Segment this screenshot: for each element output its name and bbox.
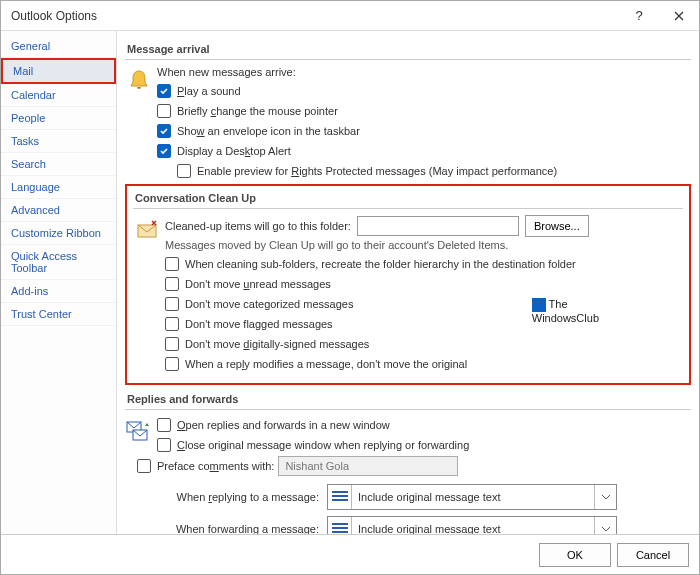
- opt-signed-row: Don't move digitally-signed messages: [165, 335, 683, 353]
- sidebar-item-search[interactable]: Search: [1, 153, 116, 176]
- opt-close-orig-label: Close original message window when reply…: [177, 439, 469, 451]
- opt-envelope-label: Show an envelope icon in the taskbar: [177, 125, 360, 137]
- opt-desktop-alert-label: Display a Desktop Alert: [177, 145, 291, 157]
- when-reply-label: When replying to a message:: [157, 491, 327, 503]
- opt-desktop-alert-checkbox[interactable]: [157, 144, 171, 158]
- opt-preface-row: Preface comments with: Nishant Gola: [137, 456, 691, 476]
- opt-recreate-label: When cleaning sub-folders, recreate the …: [185, 258, 576, 270]
- cleanup-folder-row: Cleaned-up items will go to this folder:…: [165, 215, 683, 237]
- when-reply-value: Include original message text: [352, 491, 594, 503]
- preface-comments-input[interactable]: Nishant Gola: [278, 456, 458, 476]
- sidebar-item-tasks[interactable]: Tasks: [1, 130, 116, 153]
- opt-categorized-checkbox[interactable]: [165, 297, 179, 311]
- opt-open-new-checkbox[interactable]: [157, 418, 171, 432]
- opt-unread-label: Don't move unread messages: [185, 278, 331, 290]
- sidebar-item-language[interactable]: Language: [1, 176, 116, 199]
- section-title-replies: Replies and forwards: [125, 391, 691, 410]
- close-button[interactable]: [659, 1, 699, 31]
- opt-signed-label: Don't move digitally-signed messages: [185, 338, 369, 350]
- opt-unread-row: Don't move unread messages: [165, 275, 683, 293]
- title-bar: Outlook Options ?: [1, 1, 699, 31]
- opt-desktop-alert-row: Display a Desktop Alert: [157, 142, 691, 160]
- sidebar-item-general[interactable]: General: [1, 35, 116, 58]
- sidebar-item-quick-access[interactable]: Quick Access Toolbar: [1, 245, 116, 280]
- section-title-arrival: Message arrival: [125, 41, 691, 60]
- opt-signed-checkbox[interactable]: [165, 337, 179, 351]
- dialog-footer: OK Cancel: [1, 534, 699, 574]
- svg-rect-5: [332, 491, 348, 493]
- opt-flagged-label: Don't move flagged messages: [185, 318, 333, 330]
- cancel-button[interactable]: Cancel: [617, 543, 689, 567]
- opt-envelope-row: Show an envelope icon in the taskbar: [157, 122, 691, 140]
- opt-preview-rights-label: Enable preview for Rights Protected mess…: [197, 165, 557, 177]
- opt-play-sound-label: Play a sound: [177, 85, 241, 97]
- opt-change-pointer-label: Briefly change the mouse pointer: [177, 105, 338, 117]
- opt-categorized-row: Don't move categorized messages: [165, 295, 683, 313]
- svg-rect-8: [332, 523, 348, 525]
- when-forward-value: Include original message text: [352, 523, 594, 534]
- content-pane[interactable]: Message arrival When new messages arrive…: [117, 31, 699, 534]
- replies-forwards-icon: [125, 418, 151, 444]
- opt-change-pointer-row: Briefly change the mouse pointer: [157, 102, 691, 120]
- outlook-options-dialog: Outlook Options ? General Mail Calendar …: [0, 0, 700, 575]
- opt-play-sound-checkbox[interactable]: [157, 84, 171, 98]
- svg-rect-6: [332, 495, 348, 497]
- opt-change-pointer-checkbox[interactable]: [157, 104, 171, 118]
- close-icon: [674, 11, 684, 21]
- section-body-replies: Open replies and forwards in a new windo…: [125, 416, 691, 534]
- arrival-intro: When new messages arrive:: [157, 66, 691, 78]
- opt-flagged-checkbox[interactable]: [165, 317, 179, 331]
- opt-envelope-checkbox[interactable]: [157, 124, 171, 138]
- cleanup-folder-input[interactable]: [357, 216, 519, 236]
- sidebar-item-mail[interactable]: Mail: [1, 58, 116, 84]
- when-forward-label: When forwarding a message:: [157, 523, 327, 534]
- opt-unread-checkbox[interactable]: [165, 277, 179, 291]
- opt-preview-rights-checkbox[interactable]: [177, 164, 191, 178]
- ok-button[interactable]: OK: [539, 543, 611, 567]
- cleanup-folder-label: Cleaned-up items will go to this folder:: [165, 220, 351, 232]
- opt-categorized-label: Don't move categorized messages: [185, 298, 353, 310]
- opt-flagged-row: Don't move flagged messages: [165, 315, 683, 333]
- when-forward-row: When forwarding a message: Include origi…: [157, 516, 691, 534]
- opt-recreate-row: When cleaning sub-folders, recreate the …: [165, 255, 683, 273]
- sidebar-item-trust-center[interactable]: Trust Center: [1, 303, 116, 326]
- sidebar-item-calendar[interactable]: Calendar: [1, 84, 116, 107]
- category-sidebar: General Mail Calendar People Tasks Searc…: [1, 31, 117, 534]
- section-title-cleanup: Conversation Clean Up: [133, 190, 683, 209]
- chevron-down-icon: [594, 485, 616, 509]
- window-title: Outlook Options: [11, 9, 619, 23]
- sidebar-item-customize-ribbon[interactable]: Customize Ribbon: [1, 222, 116, 245]
- chevron-down-icon: [594, 517, 616, 534]
- sidebar-item-advanced[interactable]: Advanced: [1, 199, 116, 222]
- opt-recreate-checkbox[interactable]: [165, 257, 179, 271]
- when-forward-dropdown[interactable]: Include original message text: [327, 516, 617, 534]
- opt-close-orig-row: Close original message window when reply…: [157, 436, 691, 454]
- svg-rect-7: [332, 499, 348, 501]
- opt-open-new-row: Open replies and forwards in a new windo…: [157, 416, 691, 434]
- forward-style-icon: [328, 517, 352, 534]
- reply-style-icon: [328, 485, 352, 509]
- dialog-body: General Mail Calendar People Tasks Searc…: [1, 31, 699, 534]
- opt-replymod-checkbox[interactable]: [165, 357, 179, 371]
- opt-replymod-label: When a reply modifies a message, don't m…: [185, 358, 467, 370]
- cleanup-note: Messages moved by Clean Up will go to th…: [165, 239, 683, 251]
- when-reply-row: When replying to a message: Include orig…: [157, 484, 691, 510]
- svg-rect-10: [332, 531, 348, 533]
- annotation-cleanup-box: Conversation Clean Up Cleaned-up items w…: [125, 184, 691, 385]
- opt-preface-checkbox[interactable]: [137, 459, 151, 473]
- cleanup-envelope-icon: [135, 217, 159, 241]
- opt-play-sound-row: Play a sound: [157, 82, 691, 100]
- svg-rect-9: [332, 527, 348, 529]
- opt-close-orig-checkbox[interactable]: [157, 438, 171, 452]
- help-button[interactable]: ?: [619, 1, 659, 31]
- browse-button[interactable]: Browse...: [525, 215, 589, 237]
- sidebar-item-addins[interactable]: Add-ins: [1, 280, 116, 303]
- section-body-arrival: When new messages arrive: Play a sound B…: [125, 66, 691, 180]
- opt-open-new-label: Open replies and forwards in a new windo…: [177, 419, 390, 431]
- when-reply-dropdown[interactable]: Include original message text: [327, 484, 617, 510]
- opt-preface-label: Preface comments with:: [157, 460, 274, 472]
- sidebar-item-people[interactable]: People: [1, 107, 116, 130]
- opt-preview-rights-row: Enable preview for Rights Protected mess…: [177, 162, 691, 180]
- opt-replymod-row: When a reply modifies a message, don't m…: [165, 355, 683, 373]
- section-body-cleanup: Cleaned-up items will go to this folder:…: [133, 215, 683, 373]
